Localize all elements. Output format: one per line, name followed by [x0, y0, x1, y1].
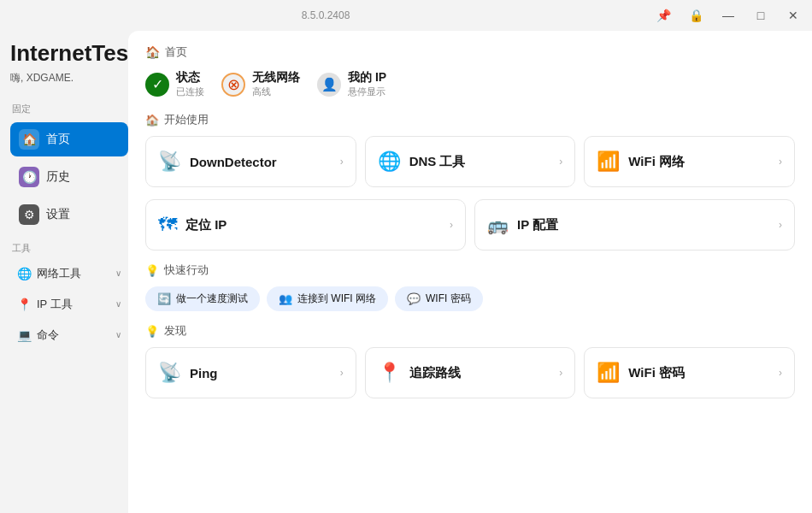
ping-arrow: ›: [340, 367, 344, 379]
content-area: 🏠 首页 ✓ 状态 已连接 ⊗ 无线网络 高线 👤: [128, 31, 812, 513]
wifi-password-quick-button[interactable]: 💬 WIFI 密码: [395, 286, 483, 311]
connected-dot: ✓: [145, 73, 169, 97]
wifi-dot: ⊗: [221, 73, 245, 97]
ip-config-arrow: ›: [779, 219, 782, 231]
wifi-network-icon: 📶: [597, 150, 620, 173]
main-tools-grid: 📡 DownDetector › 🌐 DNS 工具 › 📶 WiFi 网络 ›: [145, 136, 795, 187]
quick-actions-row: 🔄 做一个速度测试 👥 连接到 WIFI 网络 💬 WIFI 密码: [145, 286, 795, 311]
dns-arrow: ›: [559, 156, 562, 168]
status-row: ✓ 状态 已连接 ⊗ 无线网络 高线 👤 我的 IP 悬停显示: [145, 70, 795, 98]
tool-traceroute[interactable]: 📍 追踪路线 ›: [365, 347, 576, 398]
locate-ip-icon: 🗺: [158, 214, 177, 236]
sidebar-item-history[interactable]: 🕐 历史: [10, 160, 128, 194]
tool-ip-config[interactable]: 🚌 IP 配置 ›: [474, 199, 795, 251]
quick-actions-heading: 💡 快速行动: [145, 262, 795, 278]
wifi-network-arrow: ›: [779, 156, 782, 168]
breadcrumb-home-icon: 🏠: [145, 45, 160, 59]
breadcrumb: 🏠 首页: [145, 44, 795, 60]
myip-dot: 👤: [317, 73, 341, 97]
lock-icon[interactable]: 🔒: [687, 9, 704, 22]
settings-nav-icon: ⚙: [19, 204, 39, 225]
sidebar-item-ip[interactable]: 📍 IP 工具 ∨: [10, 291, 128, 318]
cmd-label: 命令: [37, 327, 59, 343]
pinned-section-label: 固定: [10, 103, 128, 115]
status-connected[interactable]: ✓ 状态 已连接: [145, 70, 204, 98]
speed-test-icon: 🔄: [157, 292, 171, 305]
sidebar: InternetTest 嗨, XDGAME. 固定 🏠 首页 🕐 历史 ⚙ 设…: [0, 31, 128, 513]
sidebar-item-network[interactable]: 🌐 网络工具 ∨: [10, 260, 128, 287]
tool-ping[interactable]: 📡 Ping ›: [145, 347, 356, 398]
locate-ip-label: 定位 IP: [185, 217, 441, 233]
network-label: 网络工具: [37, 266, 81, 281]
sidebar-item-settings[interactable]: ⚙ 设置: [10, 198, 128, 232]
minimize-button[interactable]: —: [720, 9, 737, 22]
secondary-tools-grid: 🗺 定位 IP › 🚌 IP 配置 ›: [145, 199, 795, 251]
network-icon: 🌐: [17, 267, 32, 280]
status-wifi[interactable]: ⊗ 无线网络 高线: [221, 70, 300, 98]
wifi-sub: 高线: [252, 86, 300, 98]
titlebar: 8.5.0.2408 📌 🔒 — □ ✕: [0, 0, 812, 31]
myip-sub: 悬停显示: [348, 86, 386, 98]
connect-wifi-label: 连接到 WIFI 网络: [297, 292, 376, 306]
tool-dns[interactable]: 🌐 DNS 工具 ›: [365, 136, 576, 187]
downdetector-label: DownDetector: [190, 155, 332, 169]
wifi-password-label: WiFi 密码: [628, 365, 770, 381]
window-controls: 📌 🔒 — □ ✕: [655, 9, 802, 22]
tool-locate-ip[interactable]: 🗺 定位 IP ›: [145, 199, 466, 251]
ip-icon: 📍: [17, 298, 32, 311]
main-container: InternetTest 嗨, XDGAME. 固定 🏠 首页 🕐 历史 ⚙ 设…: [0, 31, 812, 513]
ping-icon: 📡: [158, 362, 181, 384]
tools-heading-label: 开始使用: [164, 112, 209, 127]
history-nav-icon: 🕐: [19, 167, 39, 187]
wifi-password-quick-label: WIFI 密码: [426, 292, 471, 306]
speed-test-button[interactable]: 🔄 做一个速度测试: [145, 286, 260, 311]
tools-heading-icon: 🏠: [145, 114, 159, 127]
status-myip[interactable]: 👤 我的 IP 悬停显示: [317, 70, 386, 98]
discovery-grid: 📡 Ping › 📍 追踪路线 › 📶 WiFi 密码 ›: [145, 347, 795, 398]
wifi-title: 无线网络: [252, 70, 300, 86]
maximize-button[interactable]: □: [752, 9, 769, 22]
speed-test-label: 做一个速度测试: [176, 292, 248, 306]
sidebar-item-cmd[interactable]: 💻 命令 ∨: [10, 321, 128, 349]
connect-wifi-button[interactable]: 👥 连接到 WIFI 网络: [267, 286, 388, 311]
ip-expand-icon: ∨: [115, 299, 121, 309]
tool-wifi-password[interactable]: 📶 WiFi 密码 ›: [584, 347, 795, 398]
downdetector-arrow: ›: [340, 156, 344, 168]
quick-actions-icon: 💡: [145, 264, 159, 277]
sidebar-home-label: 首页: [46, 132, 70, 147]
tool-wifi-network[interactable]: 📶 WiFi 网络 ›: [584, 136, 795, 187]
sidebar-item-home[interactable]: 🏠 首页: [10, 122, 128, 156]
version-label: 8.5.0.2408: [302, 9, 350, 21]
myip-text: 我的 IP 悬停显示: [348, 70, 386, 98]
close-button[interactable]: ✕: [785, 9, 802, 22]
wifi-text: 无线网络 高线: [252, 70, 300, 98]
dns-icon: 🌐: [378, 150, 401, 173]
sidebar-settings-label: 设置: [46, 207, 70, 222]
connected-text: 状态 已连接: [176, 70, 204, 98]
locate-ip-arrow: ›: [450, 219, 453, 231]
ip-label: IP 工具: [37, 297, 73, 312]
cmd-expand-icon: ∨: [115, 330, 121, 339]
ip-config-label: IP 配置: [517, 217, 770, 233]
tool-downdetector[interactable]: 📡 DownDetector ›: [145, 136, 356, 187]
breadcrumb-label: 首页: [165, 44, 187, 60]
discovery-heading: 💡 发现: [145, 323, 795, 339]
ip-config-icon: 🚌: [487, 215, 509, 235]
home-nav-icon: 🏠: [19, 129, 39, 150]
greeting: 嗨, XDGAME.: [10, 71, 128, 86]
traceroute-arrow: ›: [559, 367, 562, 379]
discovery-label: 发现: [164, 323, 186, 339]
wifi-password-quick-icon: 💬: [407, 292, 421, 305]
connect-wifi-icon: 👥: [279, 292, 292, 305]
pin-icon[interactable]: 📌: [655, 9, 672, 22]
wifi-password-icon: 📶: [597, 362, 620, 384]
cmd-icon: 💻: [17, 328, 32, 342]
ping-label: Ping: [190, 366, 332, 380]
downdetector-icon: 📡: [158, 150, 181, 173]
tools-heading: 🏠 开始使用: [145, 112, 795, 127]
wifi-password-arrow: ›: [779, 367, 782, 379]
network-expand-icon: ∨: [115, 268, 121, 278]
connected-sub: 已连接: [176, 86, 204, 98]
app-title: InternetTest: [10, 41, 128, 66]
myip-title: 我的 IP: [348, 70, 386, 86]
